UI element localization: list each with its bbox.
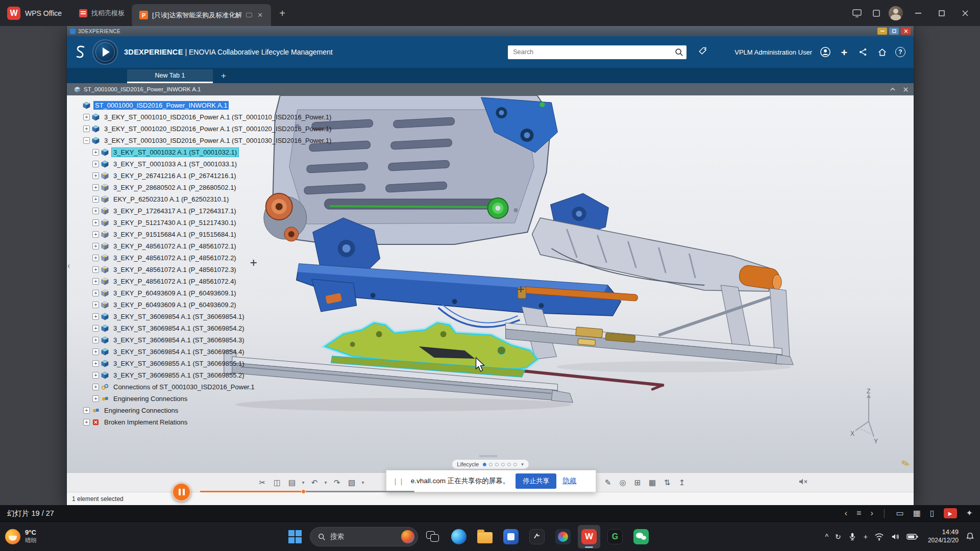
tree-expander-icon[interactable]: + xyxy=(92,290,99,296)
tree-item[interactable]: +3_EKY_ST_0001010_ISD2016_Power A.1 (ST_… xyxy=(74,111,333,123)
taskbar-app-files[interactable] xyxy=(474,525,496,548)
monitor-icon[interactable] xyxy=(848,5,866,22)
tree-expander-icon[interactable]: + xyxy=(92,337,99,343)
wps-office-menu[interactable]: W WPS Office xyxy=(0,0,72,26)
pager-caret-icon[interactable]: ▾ xyxy=(521,462,524,467)
hide-banner-link[interactable]: 隐藏 xyxy=(562,477,576,486)
taskbar-app-g[interactable]: G xyxy=(604,525,626,548)
taskbar-app-edge[interactable] xyxy=(448,525,470,548)
tree-item[interactable]: +3_EKY_P_48561072 A.1 (P_48561072.3) xyxy=(74,264,333,276)
tree-expander-icon[interactable]: + xyxy=(92,243,99,249)
tree-expander-icon[interactable]: + xyxy=(92,208,99,214)
pen-tablet-icon[interactable]: ▭ xyxy=(896,509,904,517)
search-input[interactable] xyxy=(513,48,674,56)
cut-icon[interactable]: ✂ xyxy=(256,476,269,489)
tree-expander-icon[interactable]: + xyxy=(92,313,99,320)
present-play-button[interactable]: ▶ xyxy=(944,508,957,518)
tree-item[interactable]: +3_EKY_ST_36069855 A.1 (ST_36069855.1) xyxy=(74,358,333,369)
undo-icon[interactable]: ↶ xyxy=(308,476,321,489)
laser-pointer-icon[interactable]: ✦ xyxy=(966,509,973,517)
tree-item[interactable]: +3_EKY_P_48561072 A.1 (P_48561072.1) xyxy=(74,240,333,252)
tree-expander-icon[interactable]: + xyxy=(83,126,90,132)
transform-icon[interactable]: ▧ xyxy=(345,476,358,489)
tree-item[interactable]: +3_EKY_ST_36069854 A.1 (ST_36069854.1) xyxy=(74,311,333,322)
tree-item[interactable]: +3_EKY_ST_36069854 A.1 (ST_36069854.3) xyxy=(74,334,333,346)
next-slide-icon[interactable]: › xyxy=(870,509,873,517)
tree-expander-icon[interactable]: + xyxy=(83,407,90,414)
lifecycle-dot[interactable] xyxy=(483,463,486,466)
extend-display-icon[interactable]: ▯ xyxy=(930,509,935,517)
tree-expander-icon[interactable]: + xyxy=(92,384,99,390)
progress-knob[interactable] xyxy=(301,489,306,494)
window-minimize-button[interactable] xyxy=(906,0,930,26)
swap-icon[interactable]: ⇅ xyxy=(660,476,674,489)
tree-expander-icon[interactable]: + xyxy=(92,161,99,167)
copy-icon[interactable]: ◫ xyxy=(271,476,284,489)
notifications-bell-icon[interactable] xyxy=(965,532,975,541)
tree-expander-icon[interactable]: + xyxy=(92,372,99,379)
tree-item[interactable]: ST_0001000_ISD2016_Power_INWORK A.1 xyxy=(74,99,333,111)
tree-expander-icon[interactable]: − xyxy=(83,137,90,144)
tree-item[interactable]: +3_EKY_ST_36069854 A.1 (ST_36069854.2) xyxy=(74,322,333,334)
stop-sharing-button[interactable]: 停止共享 xyxy=(516,473,556,489)
tree-item[interactable]: +3_EKY_P_48561072 A.1 (P_48561072.2) xyxy=(74,252,333,264)
expand-panel-icon[interactable] xyxy=(890,86,896,92)
new-tab-button[interactable]: + xyxy=(271,8,293,18)
pause-button[interactable] xyxy=(172,483,191,502)
lifecycle-dot[interactable] xyxy=(489,463,493,466)
paste-dropdown-icon[interactable]: ▾ xyxy=(300,476,306,489)
tree-expander-icon[interactable]: + xyxy=(92,231,99,238)
window-maximize-button[interactable] xyxy=(930,0,953,26)
tray-battery-icon[interactable] xyxy=(906,533,918,540)
help-icon[interactable]: ? xyxy=(895,47,905,57)
share-icon[interactable] xyxy=(857,46,869,58)
lifecycle-dot[interactable] xyxy=(507,463,511,466)
tree-item[interactable]: +Broken Implement Relations xyxy=(74,416,333,428)
tree-item[interactable]: +3_EKY_P_26741216 A.1 (P_26741216.1) xyxy=(74,170,333,182)
tray-volume-icon[interactable] xyxy=(891,532,900,541)
tree-expander-icon[interactable]: + xyxy=(83,114,90,120)
tray-sync-icon[interactable]: ↻ xyxy=(835,533,841,541)
tree-expander-icon[interactable]: + xyxy=(92,395,99,402)
tree-expander-icon[interactable]: + xyxy=(92,278,99,285)
taskbar-search[interactable]: 搜索 xyxy=(310,527,418,546)
tree-item[interactable]: +3_EKY_P_91515684 A.1 (P_91515684.1) xyxy=(74,229,333,240)
tree-item[interactable]: +3_EKY_P_48561072 A.1 (P_48561072.4) xyxy=(74,276,333,287)
tree-item[interactable]: +Engineering Connections xyxy=(74,393,333,405)
taskbar-app-wps[interactable]: W xyxy=(578,525,600,548)
lifecycle-dot[interactable] xyxy=(501,463,505,466)
tree-item[interactable]: +3_EKY_ST_0001020_ISD2016_Power A.1 (ST_… xyxy=(74,123,333,135)
collapse-panel-icon[interactable]: ‹ xyxy=(67,261,70,270)
tag-icon[interactable] xyxy=(698,46,708,58)
export-icon[interactable]: ↥ xyxy=(675,476,689,489)
prev-slide-icon[interactable]: ‹ xyxy=(845,509,847,517)
taskbar-app-dev[interactable] xyxy=(526,525,548,548)
tree-item[interactable]: +3_EKY_P_28680502 A.1 (P_28680502.1) xyxy=(74,182,333,193)
transform-dropdown-icon[interactable]: ▾ xyxy=(360,476,366,489)
structure-view-icon[interactable]: ▦ xyxy=(646,476,659,489)
taskbar-clock[interactable]: 14:49 2024/12/20 xyxy=(928,528,959,544)
window-close-button[interactable] xyxy=(953,0,977,26)
tree-expander-icon[interactable]: + xyxy=(92,219,99,226)
taskbar-app-photos[interactable] xyxy=(552,525,574,548)
pager-handle[interactable] xyxy=(479,455,497,457)
tree-expander-icon[interactable]: + xyxy=(83,419,90,425)
tree-item[interactable]: +EKY_P_62502310 A.1 (P_62502310.1) xyxy=(74,193,333,205)
grid-view-icon[interactable]: ▦ xyxy=(913,509,921,517)
tree-item[interactable]: +3_EKY_P_60493609 A.1 (P_60493609.2) xyxy=(74,299,333,311)
tree-expander-icon[interactable]: + xyxy=(92,149,99,156)
enovia-minimize-button[interactable] xyxy=(877,28,887,35)
tree-item[interactable]: +3_EKY_ST_0001033 A.1 (ST_0001033.1) xyxy=(74,158,333,170)
tree-expander-icon[interactable]: + xyxy=(92,266,99,273)
start-button[interactable] xyxy=(284,525,306,548)
add-content-icon[interactable]: + xyxy=(839,46,850,58)
axis-triad[interactable]: Z X Y xyxy=(848,389,891,446)
tree-expander-icon[interactable]: + xyxy=(92,360,99,367)
enovia-titlebar[interactable]: 3DEXPERIENCE xyxy=(67,26,914,36)
playback-progress[interactable] xyxy=(200,491,414,492)
tree-item[interactable]: +Connections of ST_0001030_ISD2016_Power… xyxy=(74,381,333,393)
tree-item[interactable]: +3_EKY_ST_36069855 A.1 (ST_36069855.2) xyxy=(74,369,333,381)
tree-expander-icon[interactable]: + xyxy=(92,348,99,355)
slides-menu-icon[interactable]: ≡ xyxy=(856,509,861,517)
compare-icon[interactable]: ⊞ xyxy=(631,476,644,489)
